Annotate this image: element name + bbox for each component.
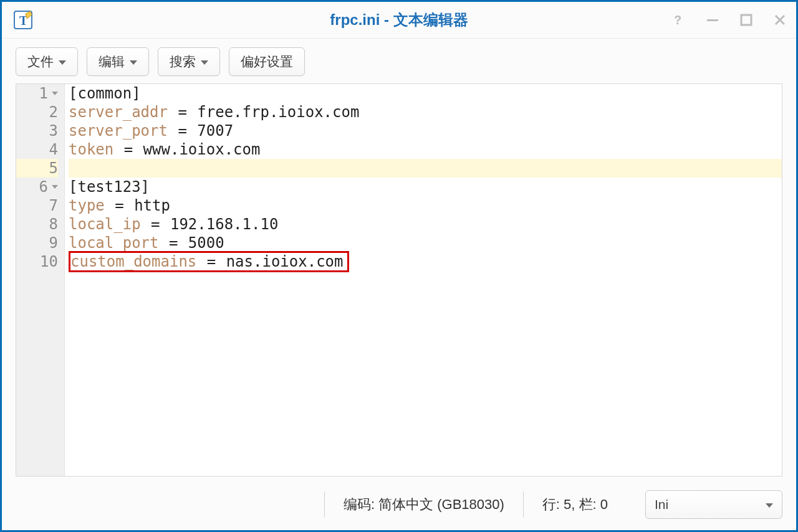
line-number: 7 bbox=[16, 196, 58, 215]
app-icon: T bbox=[12, 9, 34, 31]
file-menu[interactable]: 文件 bbox=[16, 47, 78, 76]
encoding-indicator[interactable]: 编码: 简体中文 (GB18030) bbox=[324, 492, 523, 518]
fold-toggle-icon[interactable] bbox=[52, 185, 58, 189]
code-line[interactable]: [test123] bbox=[69, 178, 782, 196]
edit-menu[interactable]: 编辑 bbox=[87, 47, 149, 76]
syntax-select-value: Ini bbox=[655, 497, 668, 512]
maximize-button[interactable] bbox=[736, 10, 756, 30]
line-number: 5 bbox=[16, 159, 58, 178]
line-number: 3 bbox=[16, 121, 58, 140]
close-button[interactable] bbox=[770, 10, 790, 30]
code-line[interactable]: [common] bbox=[69, 84, 782, 103]
caret-down-icon bbox=[201, 60, 208, 65]
line-number: 4 bbox=[16, 140, 58, 159]
code-area[interactable]: [common]server_addr = free.frp.ioiox.com… bbox=[65, 84, 782, 476]
minimize-button[interactable] bbox=[703, 10, 723, 30]
code-line[interactable]: custom_domains = nas.ioiox.com bbox=[69, 252, 782, 271]
caret-down-icon bbox=[59, 60, 66, 65]
code-line[interactable]: type = http bbox=[69, 196, 782, 215]
code-line[interactable]: local_ip = 192.168.1.10 bbox=[69, 215, 782, 234]
line-number: 9 bbox=[16, 234, 58, 252]
line-number: 2 bbox=[16, 103, 58, 121]
preferences-button[interactable]: 偏好设置 bbox=[229, 47, 305, 76]
syntax-select[interactable]: Ini bbox=[645, 490, 782, 519]
cursor-position-indicator: 行: 5, 栏: 0 bbox=[523, 492, 627, 518]
code-line[interactable]: server_addr = free.frp.ioiox.com bbox=[69, 103, 782, 121]
app-window: T frpc.ini - 文本编辑器 ? 文件 编辑 bbox=[0, 0, 798, 532]
code-line[interactable]: token = www.ioiox.com bbox=[69, 140, 782, 159]
line-number: 8 bbox=[16, 215, 58, 234]
statusbar: 编码: 简体中文 (GB18030) 行: 5, 栏: 0 Ini bbox=[2, 485, 796, 530]
titlebar: T frpc.ini - 文本编辑器 ? bbox=[2, 2, 796, 39]
toolbar: 文件 编辑 搜索 偏好设置 bbox=[2, 39, 796, 83]
svg-text:?: ? bbox=[674, 13, 681, 27]
help-button[interactable]: ? bbox=[669, 10, 689, 30]
editor[interactable]: 12345678910 [common]server_addr = free.f… bbox=[16, 83, 782, 477]
highlight-annotation: custom_domains = nas.ioiox.com bbox=[69, 251, 349, 272]
window-controls: ? bbox=[669, 2, 790, 38]
file-menu-label: 文件 bbox=[27, 53, 54, 70]
code-line[interactable]: local_port = 5000 bbox=[69, 234, 782, 252]
caret-down-icon bbox=[130, 60, 137, 65]
preferences-label: 偏好设置 bbox=[241, 53, 293, 70]
svg-rect-3 bbox=[707, 19, 718, 21]
svg-rect-4 bbox=[741, 15, 751, 25]
line-number: 1 bbox=[16, 84, 58, 103]
edit-menu-label: 编辑 bbox=[99, 53, 125, 70]
line-number: 6 bbox=[16, 178, 58, 196]
code-line[interactable] bbox=[69, 159, 782, 178]
line-number-gutter: 12345678910 bbox=[16, 84, 65, 476]
code-line[interactable]: server_port = 7007 bbox=[69, 121, 782, 140]
fold-toggle-icon[interactable] bbox=[52, 92, 58, 95]
search-menu[interactable]: 搜索 bbox=[158, 47, 220, 76]
line-number: 10 bbox=[16, 252, 58, 271]
search-menu-label: 搜索 bbox=[170, 53, 196, 70]
caret-down-icon bbox=[766, 503, 773, 508]
